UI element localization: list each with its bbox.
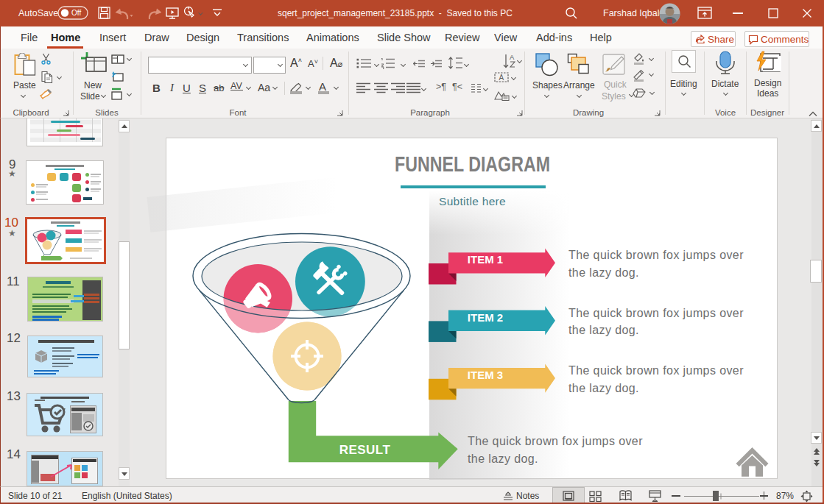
svg-text:A: A: [499, 74, 504, 82]
svg-text:Off: Off: [71, 9, 81, 17]
svg-text:A: A: [510, 53, 515, 61]
